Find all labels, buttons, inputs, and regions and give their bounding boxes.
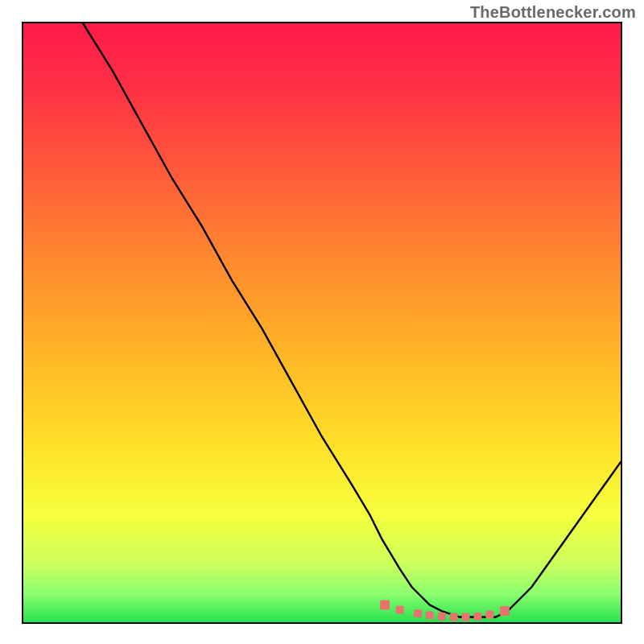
marker-point — [485, 611, 493, 619]
marker-point — [462, 613, 470, 621]
marker-point — [473, 613, 481, 621]
chart-svg — [0, 0, 644, 644]
marker-point — [426, 611, 434, 619]
marker-point — [414, 609, 422, 617]
marker-point — [438, 613, 446, 621]
plot-background — [23, 23, 621, 623]
marker-point — [396, 606, 404, 614]
bottleneck-chart: TheBottlenecker.com — [0, 0, 644, 644]
marker-point — [500, 606, 510, 616]
watermark-label: TheBottlenecker.com — [470, 3, 636, 22]
marker-point — [380, 601, 390, 610]
marker-point — [450, 613, 458, 621]
